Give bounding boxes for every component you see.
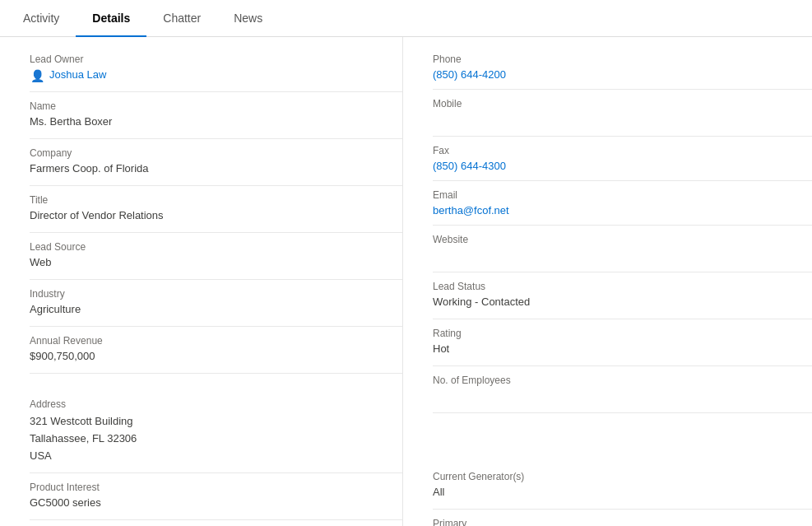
field-sic-code: SIC Code ✎ bbox=[30, 520, 402, 526]
label-annual-revenue: Annual Revenue bbox=[30, 335, 369, 347]
tab-activity[interactable]: Activity bbox=[7, 0, 76, 36]
label-primary: Primary bbox=[433, 518, 779, 526]
right-spacer-2 bbox=[433, 430, 812, 446]
value-current-generators: All bbox=[433, 486, 779, 500]
value-industry: Agriculture bbox=[30, 303, 369, 318]
value-title: Director of Vendor Relations bbox=[30, 209, 369, 224]
label-company: Company bbox=[30, 147, 369, 159]
value-fax[interactable]: (850) 644-4300 bbox=[433, 160, 506, 172]
label-address: Address bbox=[30, 398, 369, 410]
right-spacer-1 bbox=[433, 413, 812, 430]
tab-news[interactable]: News bbox=[217, 0, 279, 36]
value-address: 321 Westcott Building Tallahassee, FL 32… bbox=[30, 413, 369, 464]
tab-details[interactable]: Details bbox=[76, 0, 146, 36]
field-lead-source: Lead Source Web ✎ bbox=[30, 233, 402, 280]
value-lead-status: Working - Contacted bbox=[433, 296, 779, 310]
field-name: Name Ms. Bertha Boxer ✎ bbox=[30, 92, 402, 139]
field-industry: Industry Agriculture ✎ bbox=[30, 280, 402, 327]
field-website: Website ✎ bbox=[433, 226, 812, 272]
label-email: Email bbox=[433, 189, 779, 201]
label-lead-status: Lead Status bbox=[433, 281, 779, 292]
field-lead-status: Lead Status Working - Contacted ✎ bbox=[433, 272, 812, 319]
value-no-of-employees bbox=[433, 389, 779, 404]
value-email[interactable]: bertha@fcof.net bbox=[433, 204, 509, 216]
details-content: Lead Owner 👤 Joshua Law ✎ Name Ms. Berth… bbox=[0, 37, 812, 526]
value-lead-source: Web bbox=[30, 256, 369, 271]
value-product-interest: GC5000 series bbox=[30, 496, 369, 511]
field-rating: Rating Hot ✎ bbox=[433, 319, 812, 366]
field-phone: Phone (850) 644-4200 ✎ bbox=[433, 45, 812, 90]
field-title: Title Director of Vendor Relations ✎ bbox=[30, 186, 402, 233]
field-fax: Fax (850) 644-4300 ✎ bbox=[433, 137, 812, 181]
value-phone[interactable]: (850) 644-4200 bbox=[433, 68, 506, 81]
label-website: Website bbox=[433, 234, 779, 245]
label-industry: Industry bbox=[30, 288, 369, 300]
label-lead-owner: Lead Owner bbox=[30, 54, 369, 65]
field-email: Email bertha@fcof.net ✎ bbox=[433, 181, 812, 226]
label-fax: Fax bbox=[433, 145, 779, 156]
label-name: Name bbox=[30, 100, 369, 112]
field-mobile: Mobile ✎ bbox=[433, 90, 812, 137]
value-annual-revenue: $900,750,000 bbox=[30, 350, 369, 365]
value-rating: Hot bbox=[433, 342, 779, 357]
field-lead-owner: Lead Owner 👤 Joshua Law ✎ bbox=[30, 45, 402, 92]
left-column: Lead Owner 👤 Joshua Law ✎ Name Ms. Berth… bbox=[0, 37, 403, 526]
field-product-interest: Product Interest GC5000 series ✎ bbox=[30, 473, 402, 520]
label-mobile: Mobile bbox=[433, 98, 779, 109]
address-line3[interactable]: USA bbox=[30, 449, 52, 462]
field-no-of-employees: No. of Employees ✎ bbox=[433, 366, 812, 413]
label-rating: Rating bbox=[433, 328, 779, 339]
user-icon: 👤 bbox=[30, 68, 44, 83]
tab-bar: Activity Details Chatter News bbox=[0, 0, 812, 37]
label-current-generators: Current Generator(s) bbox=[433, 471, 779, 482]
address-line1[interactable]: 321 Westcott Building bbox=[30, 415, 133, 427]
right-column: Phone (850) 644-4200 ✎ Mobile ✎ Fax (850… bbox=[403, 37, 812, 526]
field-company: Company Farmers Coop. of Florida ✎ bbox=[30, 139, 402, 186]
field-annual-revenue: Annual Revenue $900,750,000 ✎ bbox=[30, 327, 402, 374]
spacer-1 bbox=[30, 374, 402, 390]
value-company: Farmers Coop. of Florida bbox=[30, 162, 369, 177]
value-lead-owner[interactable]: Joshua Law bbox=[49, 68, 106, 83]
label-phone: Phone bbox=[433, 54, 779, 65]
value-website bbox=[433, 249, 779, 263]
address-line2[interactable]: Tallahassee, FL 32306 bbox=[30, 432, 137, 445]
label-no-of-employees: No. of Employees bbox=[433, 375, 779, 386]
value-mobile bbox=[433, 113, 779, 128]
value-name: Ms. Bertha Boxer bbox=[30, 115, 369, 130]
tab-chatter[interactable]: Chatter bbox=[146, 0, 217, 36]
label-product-interest: Product Interest bbox=[30, 482, 369, 493]
label-lead-source: Lead Source bbox=[30, 241, 369, 253]
field-primary: Primary ✎ bbox=[433, 510, 812, 526]
right-spacer-3 bbox=[433, 446, 812, 463]
field-current-generators: Current Generator(s) All ✎ bbox=[433, 463, 812, 510]
field-address: Address 321 Westcott Building Tallahasse… bbox=[30, 390, 402, 473]
label-title: Title bbox=[30, 194, 369, 206]
